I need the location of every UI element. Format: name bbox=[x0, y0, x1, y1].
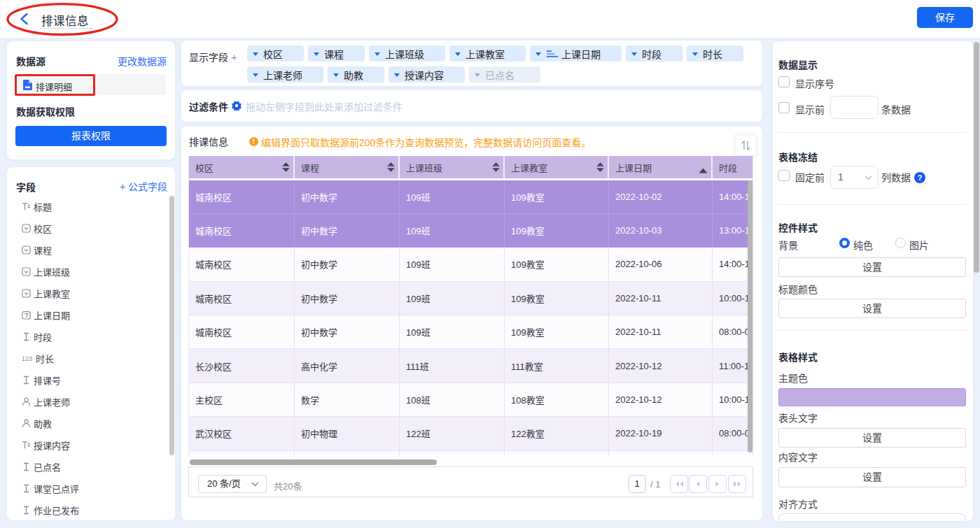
svg-text:123: 123 bbox=[22, 355, 32, 362]
